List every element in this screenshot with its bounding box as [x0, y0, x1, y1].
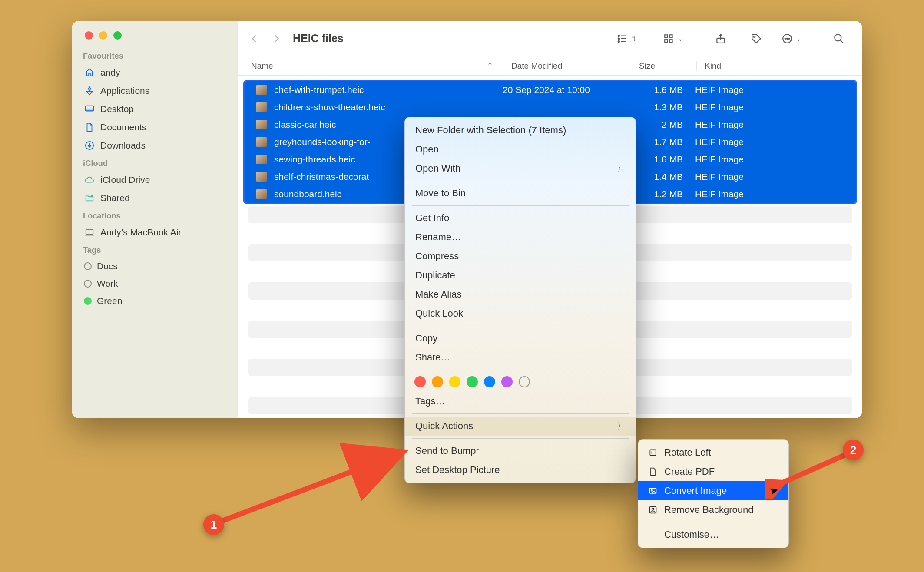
- sidebar-item-label: Andy’s MacBook Air: [100, 227, 181, 238]
- sidebar-section-icloud: iCloud: [72, 155, 238, 171]
- tag-dot-icon: [84, 262, 92, 270]
- menu-label: Open With: [415, 163, 460, 174]
- svg-point-22: [652, 508, 654, 510]
- file-date: 20 Sep 2024 at 10:00: [499, 85, 625, 95]
- file-name: classic-car.heic: [274, 119, 336, 130]
- sidebar-item-documents[interactable]: Documents: [72, 118, 238, 136]
- menu-item-open-with[interactable]: Open With〉: [405, 159, 636, 178]
- menu-item-tags[interactable]: Tags…: [405, 392, 636, 411]
- file-thumbnail-icon: [256, 102, 267, 112]
- sidebar-item-label: Shared: [100, 193, 130, 203]
- file-kind: HEIF Image: [688, 189, 850, 199]
- view-mode-button[interactable]: ⇅: [616, 33, 636, 44]
- sidebar-item-icloud-drive[interactable]: iCloud Drive: [72, 171, 238, 189]
- menu-label: Make Alias: [415, 289, 461, 300]
- menu-item-make-alias[interactable]: Make Alias: [405, 285, 636, 304]
- document-icon: [84, 122, 95, 133]
- submenu-customise[interactable]: Customise…: [638, 525, 788, 544]
- tag-color-purple[interactable]: [501, 376, 513, 387]
- submenu-remove-background[interactable]: Remove Background: [638, 500, 788, 519]
- menu-item-open[interactable]: Open: [405, 140, 636, 159]
- menu-item-copy[interactable]: Copy: [405, 329, 636, 348]
- column-size[interactable]: Size: [629, 61, 696, 71]
- minimize-window-button[interactable]: [99, 31, 107, 40]
- tags-button[interactable]: [746, 33, 767, 44]
- menu-item-send-to-bumpr[interactable]: Send to Bumpr: [405, 441, 636, 460]
- more-actions-button[interactable]: ⌄: [782, 33, 801, 44]
- column-kind[interactable]: Kind: [696, 61, 862, 71]
- sidebar-item-label: Documents: [100, 122, 146, 132]
- file-row[interactable]: chef-with-trumpet.heic 20 Sep 2024 at 10…: [245, 81, 856, 99]
- svg-point-12: [754, 36, 755, 37]
- chevron-updown-icon: ⇅: [631, 36, 636, 41]
- forward-button[interactable]: [268, 30, 285, 47]
- menu-item-duplicate[interactable]: Duplicate: [405, 266, 636, 285]
- sidebar-item-label: andy: [100, 67, 120, 78]
- sidebar-tag-docs[interactable]: Docs: [72, 258, 238, 275]
- tag-color-yellow[interactable]: [449, 376, 460, 387]
- share-button[interactable]: [710, 33, 731, 44]
- sidebar-tag-green[interactable]: Green: [72, 292, 238, 310]
- column-label: Name: [251, 61, 273, 71]
- laptop-icon: [84, 227, 95, 238]
- sidebar-section-favourites: Favourites: [72, 47, 238, 63]
- annotation-badge-1: 1: [203, 514, 224, 535]
- annotation-arrow-1: [204, 443, 417, 534]
- rotate-left-icon: [648, 448, 658, 457]
- close-window-button[interactable]: [85, 31, 93, 40]
- sidebar-item-label: Green: [97, 296, 122, 306]
- sort-chevron-icon: ⌃: [487, 61, 493, 71]
- sidebar-item-home[interactable]: andy: [72, 63, 238, 82]
- svg-rect-9: [665, 40, 668, 43]
- menu-item-move-to-bin[interactable]: Move to Bin: [405, 184, 636, 203]
- menu-label: Move to Bin: [415, 188, 466, 199]
- sidebar-item-downloads[interactable]: Downloads: [72, 136, 238, 155]
- toolbar: HEIC files ⇅ ⌄ ⌄: [238, 21, 862, 56]
- menu-label: Compress: [415, 251, 459, 262]
- menu-item-set-desktop[interactable]: Set Desktop Picture: [405, 460, 636, 479]
- menu-item-share[interactable]: Share…: [405, 348, 636, 367]
- menu-item-new-folder[interactable]: New Folder with Selection (7 Items): [405, 121, 636, 140]
- submenu-create-pdf[interactable]: Create PDF: [638, 462, 788, 481]
- search-button[interactable]: [828, 33, 849, 44]
- menu-item-quick-look[interactable]: Quick Look: [405, 304, 636, 323]
- file-kind: HEIF Image: [688, 172, 850, 182]
- sidebar-section-locations: Locations: [72, 207, 238, 223]
- column-date[interactable]: Date Modified: [503, 61, 629, 71]
- menu-label: New Folder with Selection (7 Items): [415, 125, 566, 136]
- desktop-icon: [84, 103, 95, 115]
- menu-label: Copy: [415, 333, 437, 344]
- group-by-button[interactable]: ⌄: [663, 33, 683, 44]
- menu-item-get-info[interactable]: Get Info: [405, 208, 636, 228]
- sidebar-tag-work[interactable]: Work: [72, 275, 238, 292]
- tag-color-orange[interactable]: [432, 376, 443, 387]
- submenu-convert-image[interactable]: Convert Image: [638, 481, 788, 500]
- sidebar-item-macbook[interactable]: Andy’s MacBook Air: [72, 223, 238, 241]
- column-name[interactable]: Name ⌃: [238, 61, 503, 71]
- menu-item-quick-actions[interactable]: Quick Actions〉: [405, 417, 636, 436]
- maximize-window-button[interactable]: [113, 31, 122, 40]
- menu-tag-colors: [405, 373, 636, 392]
- file-kind: HEIF Image: [688, 137, 850, 147]
- tag-color-green[interactable]: [467, 376, 478, 387]
- tag-color-red[interactable]: [414, 376, 426, 387]
- submenu-label: Remove Background: [664, 504, 753, 516]
- tag-color-clear[interactable]: [519, 376, 530, 387]
- file-kind: HEIF Image: [688, 85, 850, 95]
- submenu-label: Create PDF: [664, 466, 715, 477]
- shared-folder-icon: [84, 192, 95, 204]
- menu-label: Rename…: [415, 231, 461, 243]
- sidebar-item-desktop[interactable]: Desktop: [72, 100, 238, 118]
- convert-image-icon: [648, 486, 658, 495]
- sidebar-item-applications[interactable]: Applications: [72, 82, 238, 100]
- back-button[interactable]: [246, 30, 263, 47]
- sidebar-item-shared[interactable]: Shared: [72, 189, 238, 207]
- file-row[interactable]: childrens-show-theater.heic 1.3 MB HEIF …: [245, 99, 856, 116]
- menu-item-rename[interactable]: Rename…: [405, 228, 636, 247]
- svg-point-5: [618, 38, 619, 39]
- file-kind: HEIF Image: [688, 119, 850, 130]
- tag-color-blue[interactable]: [484, 376, 495, 387]
- svg-rect-3: [86, 230, 93, 235]
- submenu-rotate-left[interactable]: Rotate Left: [638, 443, 788, 462]
- menu-item-compress[interactable]: Compress: [405, 247, 636, 266]
